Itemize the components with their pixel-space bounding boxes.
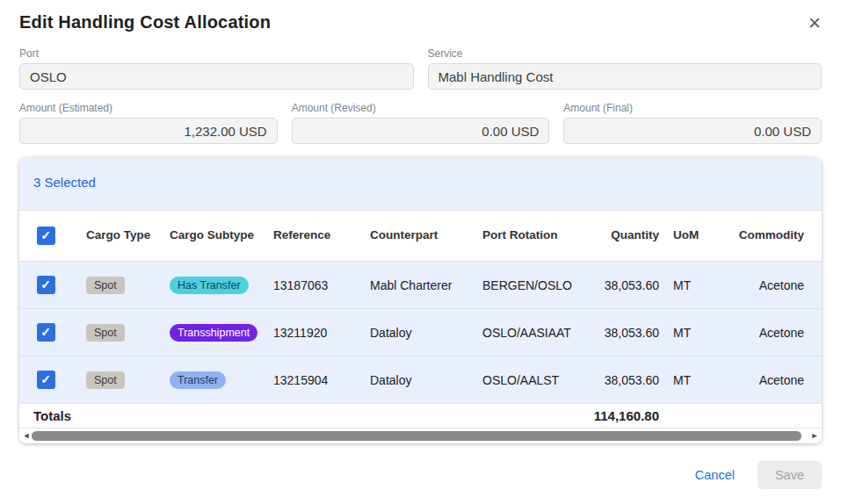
form-row-amounts: Amount (Estimated) Amount (Revised) Amou… (19, 102, 822, 144)
port-rotation-cell: BERGEN/OSLO (475, 262, 583, 309)
cargo-subtype-badge: Has Transfer (170, 277, 249, 294)
cargo-subtype-badge: Transfer (170, 371, 226, 389)
quantity-cell: 38,053.60 (583, 356, 666, 404)
cargo-type-badge: Spot (86, 324, 125, 342)
row-checkbox[interactable]: ✓ (37, 371, 55, 389)
uom-cell: MT (666, 309, 721, 356)
form-row-primary: Port Service (19, 47, 822, 90)
counterpart-cell: Dataloy (363, 356, 475, 404)
commodity-cell: Acetone (721, 309, 822, 356)
scrollbar-thumb[interactable] (32, 431, 801, 441)
scroll-right-icon[interactable]: ► (809, 428, 820, 443)
amount-final-input[interactable] (563, 118, 822, 144)
counterpart-cell: Dataloy (363, 309, 475, 356)
col-header-counterpart: Counterpart (363, 211, 475, 262)
table-row[interactable]: ✓ Spot Transshipment 13211920 Dataloy OS… (19, 309, 822, 356)
quantity-cell: 38,053.60 (583, 309, 666, 356)
col-header-quantity: Quantity (583, 211, 666, 262)
amount-estimated-group: Amount (Estimated) (19, 102, 278, 144)
cargo-type-badge: Spot (86, 371, 125, 389)
close-icon[interactable]: ✕ (804, 11, 825, 35)
table-header-row: ✓ Cargo Type Cargo Subtype Reference Cou… (19, 211, 822, 262)
amount-revised-group: Amount (Revised) (292, 102, 550, 144)
horizontal-scrollbar: ◄ ► (19, 428, 822, 443)
commodity-cell: Acetone (721, 356, 822, 404)
col-header-reference: Reference (266, 211, 363, 262)
commodity-cell: Acetone (721, 262, 822, 309)
uom-cell: MT (666, 262, 721, 309)
totals-row: Totals 114,160.80 (19, 404, 822, 428)
selection-band: 3 Selected (19, 157, 822, 210)
uom-cell: MT (666, 356, 721, 404)
service-label: Service (428, 47, 823, 60)
service-field-group: Service (428, 47, 823, 90)
port-rotation-cell: OSLO/AALST (475, 356, 583, 404)
col-header-commodity: Commodity (721, 211, 822, 262)
col-header-cargo-type: Cargo Type (79, 211, 163, 262)
amount-estimated-label: Amount (Estimated) (19, 102, 278, 114)
port-field-group: Port (19, 47, 414, 90)
amount-revised-input[interactable] (292, 118, 550, 144)
totals-label: Totals (19, 404, 583, 428)
totals-quantity: 114,160.80 (583, 404, 666, 428)
reference-cell: 13187063 (266, 262, 363, 309)
edit-handling-cost-dialog: Edit Handling Cost Allocation ✕ Port Ser… (0, 0, 841, 504)
col-header-uom: UoM (666, 211, 721, 262)
quantity-cell: 38,053.60 (583, 262, 666, 309)
scrollbar-track[interactable] (32, 430, 809, 442)
row-checkbox[interactable]: ✓ (37, 323, 55, 342)
port-input[interactable] (19, 63, 414, 90)
cargo-subtype-badge: Transshipment (170, 324, 257, 342)
amount-final-group: Amount (Final) (563, 102, 822, 144)
amount-final-label: Amount (Final) (563, 102, 822, 114)
col-header-port-rotation: Port Rotation (475, 211, 583, 262)
dialog-header: Edit Handling Cost Allocation ✕ (19, 0, 822, 35)
counterpart-cell: Mabl Charterer (363, 262, 475, 309)
cargo-type-badge: Spot (86, 277, 125, 294)
table-row[interactable]: ✓ Spot Has Transfer 13187063 Mabl Charte… (19, 262, 822, 309)
port-rotation-cell: OSLO/AASIAAT (475, 309, 583, 356)
port-label: Port (19, 47, 414, 60)
service-input[interactable] (428, 63, 823, 90)
save-button[interactable]: Save (758, 461, 822, 489)
scroll-left-icon[interactable]: ◄ (21, 428, 32, 443)
col-header-cargo-subtype: Cargo Subtype (163, 211, 266, 262)
reference-cell: 13215904 (266, 356, 363, 404)
row-checkbox[interactable]: ✓ (37, 276, 55, 294)
amount-revised-label: Amount (Revised) (292, 102, 550, 114)
allocation-table: ✓ Cargo Type Cargo Subtype Reference Cou… (19, 210, 822, 428)
allocation-table-card: 3 Selected ✓ Cargo Type Cargo Subtype Re… (19, 157, 822, 443)
dialog-title: Edit Handling Cost Allocation (19, 12, 271, 32)
selection-count: 3 Selected (33, 175, 96, 190)
select-all-checkbox[interactable]: ✓ (37, 227, 55, 245)
cancel-button[interactable]: Cancel (695, 468, 735, 482)
dialog-footer: Cancel Save (19, 461, 822, 489)
reference-cell: 13211920 (266, 309, 363, 356)
table-row[interactable]: ✓ Spot Transfer 13215904 Dataloy OSLO/AA… (19, 356, 822, 404)
amount-estimated-input[interactable] (19, 118, 278, 144)
